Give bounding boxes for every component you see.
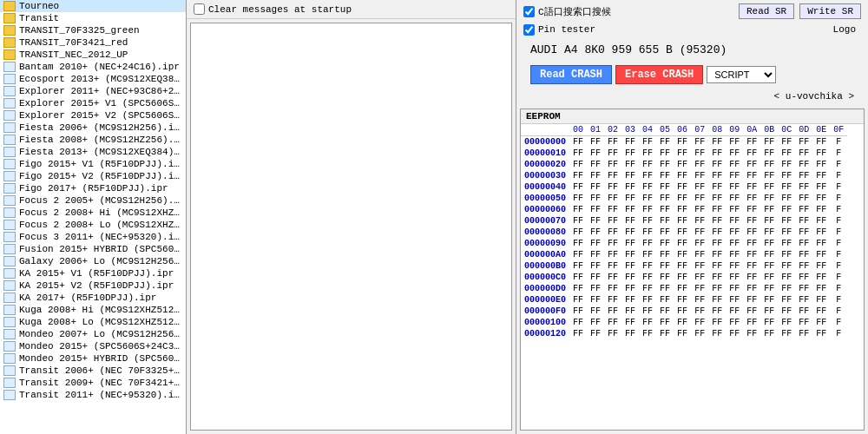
eeprom-cell: FF (812, 181, 830, 193)
file-item[interactable]: Transit 2011+ (NEC+95320).ipr (0, 389, 186, 401)
eeprom-cell: FF (795, 193, 812, 204)
file-item[interactable]: KA 2015+ V1 (R5F10DPJJ).ipr (0, 267, 186, 279)
eeprom-cell: FF (639, 148, 656, 159)
eeprom-cell: FF (604, 204, 621, 215)
file-item[interactable]: Explorer 2015+ V2 (SPC5606S+93C86+ (0, 109, 186, 122)
eeprom-cell: FF (569, 181, 587, 193)
file-item[interactable]: KA 2015+ V2 (R5F10DPJJ).ipr (0, 279, 186, 292)
eeprom-cell: FF (569, 306, 587, 317)
eeprom-row: 00000080FFFFFFFFFFFFFFFFFFFFFFFFFFFFFFF (521, 227, 847, 238)
file-item[interactable]: Explorer 2011+ (NEC+93C86+2xLCD).i (0, 85, 186, 97)
eeprom-cell: FF (760, 193, 778, 204)
file-icon (3, 220, 16, 230)
file-item[interactable]: Fiesta 2006+ (MC9S12H256).ipr (0, 122, 186, 134)
file-item[interactable]: Mondeo 2007+ Lo (MC9S12H256).ipr (0, 328, 186, 340)
file-item[interactable]: KA 2017+ (R5F10DPJJ).ipr (0, 292, 186, 304)
eeprom-cell: FF (778, 283, 795, 294)
file-item[interactable]: Fusion 2015+ HYBRID (SPC5606S+93C (0, 243, 186, 255)
eeprom-cell: FF (569, 193, 587, 204)
eeprom-col-header: 0A (743, 124, 760, 136)
folder-item[interactable]: TRANSIT_NEC_2012_UP (0, 49, 186, 61)
eeprom-cell: FF (778, 215, 795, 227)
eeprom-row: 00000020FFFFFFFFFFFFFFFFFFFFFFFFFFFFFFF (521, 159, 847, 170)
file-item[interactable]: Galaxy 2006+ Lo (MC9S12H256).ipr (0, 255, 186, 267)
file-icon (3, 378, 16, 388)
pin-tester-checkbox[interactable] (523, 24, 535, 36)
file-icon (3, 317, 16, 327)
eeprom-cell: FF (569, 249, 587, 260)
chinese-checkbox[interactable] (523, 6, 535, 17)
file-item[interactable]: Focus 3 2011+ (NEC+95320).ipr (0, 231, 186, 243)
file-item[interactable]: Focus 2 2005+ (MC9S12H256).ipr (0, 194, 186, 207)
folder-item[interactable]: Transit (0, 12, 186, 24)
eeprom-cell: FF (639, 193, 656, 204)
eeprom-cell: FF (726, 294, 743, 306)
eeprom-cell: FF (760, 283, 778, 294)
eeprom-cell: FF (604, 215, 621, 227)
eeprom-cell: FF (639, 306, 656, 317)
script-select[interactable]: SCRIPT (707, 66, 776, 83)
clear-messages-text: Clear messages at startup (208, 4, 352, 15)
clear-messages-label[interactable]: Clear messages at startup (194, 3, 352, 15)
eeprom-col-header: 05 (656, 124, 674, 136)
eeprom-cell: FF (639, 215, 656, 227)
file-item[interactable]: Bantam 2010+ (NEC+24C16).ipr (0, 61, 186, 73)
read-sr-button[interactable]: Read SR (739, 3, 794, 19)
file-item[interactable]: Focus 2 2008+ Hi (MC9S12XHZS12).i (0, 207, 186, 219)
eeprom-cell: FF (812, 306, 830, 317)
file-item[interactable]: Kuga 2008+ Hi (MC9S12XHZ512).ipr (0, 304, 186, 316)
folder-item[interactable]: TRANSIT_70F3325_green (0, 24, 186, 36)
item-label: Focus 3 2011+ (NEC+95320).ipr (19, 232, 182, 242)
erase-crash-button[interactable]: Erase CRASH (615, 65, 703, 84)
folder-item[interactable]: Tourneo (0, 0, 186, 12)
eeprom-table: 000102030405060708090A0B0C0D0E0F00000000… (521, 124, 847, 339)
eeprom-cell: FF (604, 306, 621, 317)
clear-messages-checkbox[interactable] (194, 3, 205, 15)
file-item[interactable]: Focus 2 2008+ Lo (MC9S12XHZS12).i (0, 219, 186, 231)
file-item[interactable]: Kuga 2008+ Lo (MC9S12XHZ512).ipr (0, 316, 186, 328)
eeprom-cell: FF (795, 215, 812, 227)
item-label: Mondeo 2007+ Lo (MC9S12H256).ipr (19, 329, 182, 339)
pin-tester-label[interactable]: Pin tester (523, 24, 595, 36)
folder-item[interactable]: TRANSIT_70F3421_red (0, 36, 186, 49)
eeprom-cell: FF (569, 204, 587, 215)
eeprom-cell: FF (708, 249, 726, 260)
eeprom-cell: FF (708, 193, 726, 204)
eeprom-cell: FF (708, 215, 726, 227)
eeprom-cell: FF (812, 193, 830, 204)
file-icon (3, 280, 16, 291)
eeprom-cell: FF (743, 317, 760, 328)
file-item[interactable]: Mondeo 2015+ (SPC5606S+24C32) Vi (0, 340, 186, 352)
file-item[interactable]: Fiesta 2008+ (MC9S12HZ256).ipr (0, 134, 186, 146)
file-item[interactable]: Transit 2009+ (NEC 70F3421+93C76).i (0, 377, 186, 389)
eeprom-cell: FF (760, 328, 778, 339)
eeprom-cell: F (830, 215, 847, 227)
file-item[interactable]: Explorer 2015+ V1 (SPC5606S+93C86+ (0, 97, 186, 109)
folder-icon (3, 13, 16, 23)
file-item[interactable]: Figo 2015+ V1 (R5F10DPJJ).ipr (0, 158, 186, 170)
read-crash-button[interactable]: Read CRASH (530, 65, 612, 84)
write-sr-button[interactable]: Write SR (799, 3, 861, 19)
chinese-label-row[interactable]: C語口搜索口搜候 (523, 5, 611, 18)
eeprom-cell: FF (604, 328, 621, 339)
item-label: KA 2015+ V2 (R5F10DPJJ).ipr (19, 280, 174, 291)
item-label: Transit 2006+ (NEC 70F3325+93C76).i (19, 365, 182, 376)
file-item[interactable]: Figo 2015+ V2 (R5F10DPJJ).ipr (0, 170, 186, 182)
eeprom-cell: FF (587, 249, 604, 260)
eeprom-col-header: 02 (604, 124, 621, 136)
file-item[interactable]: Ecosport 2013+ (MC9S12XEQ384).ipr (0, 73, 186, 85)
eeprom-cell: FF (708, 272, 726, 283)
message-content[interactable] (190, 23, 512, 431)
file-item[interactable]: Figo 2017+ (R5F10DPJJ).ipr (0, 182, 186, 194)
file-list[interactable]: TourneoTransitTRANSIT_70F3325_greenTRANS… (0, 0, 186, 434)
file-icon (3, 293, 16, 303)
eeprom-table-wrapper[interactable]: 000102030405060708090A0B0C0D0E0F00000000… (521, 124, 864, 430)
file-item[interactable]: Transit 2006+ (NEC 70F3325+93C76).i (0, 365, 186, 377)
eeprom-cell: FF (656, 328, 674, 339)
file-item[interactable]: Fiesta 2013+ (MC9S12XEQ384).ipr (0, 146, 186, 158)
message-panel: Clear messages at startup (187, 0, 516, 434)
eeprom-address: 00000010 (521, 148, 569, 159)
eeprom-cell: FF (795, 204, 812, 215)
eeprom-cell: FF (569, 272, 587, 283)
file-item[interactable]: Mondeo 2015+ HYBRID (SPC5606S+9 (0, 352, 186, 365)
